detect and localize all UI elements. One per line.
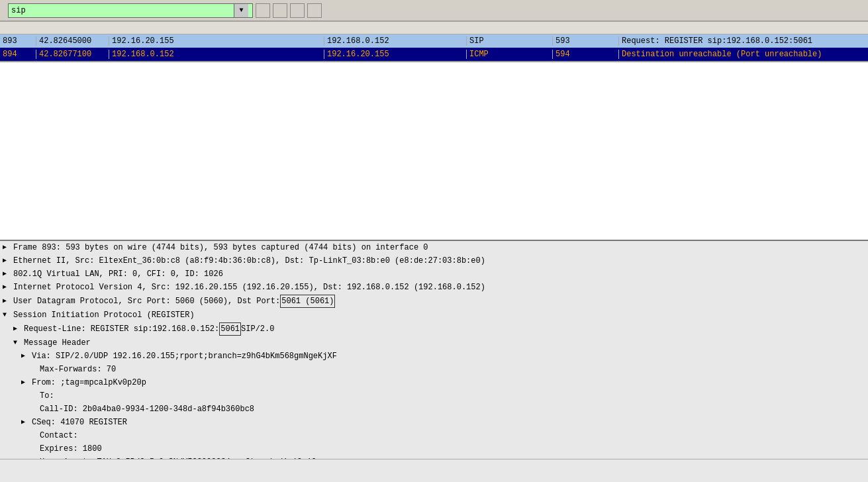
detail-text: 802.1Q Virtual LAN, PRI: 0, CFI: 0, ID: …	[13, 268, 223, 280]
detail-text: Call-ID: 2b0a4ba0-9934-1200-348d-a8f94b3…	[40, 403, 254, 415]
detail-line[interactable]: Session Initiation Protocol (REGISTER)	[0, 309, 868, 322]
detail-text: Message Header	[24, 337, 91, 349]
clear-button[interactable]	[273, 3, 287, 18]
detail-text: Contact:	[40, 430, 78, 442]
expand-triangle[interactable]	[3, 295, 11, 307]
detail-line: ▶Max-Forwards: 70	[0, 363, 868, 376]
detail-text: Ethernet II, Src: EltexEnt_36:0b:c8 (a8:…	[13, 255, 485, 267]
save-button[interactable]	[307, 3, 322, 18]
detail-text: User Datagram Protocol, Src Port: 5060 (…	[13, 295, 280, 307]
column-headers	[0, 21, 868, 34]
cell-destination: 192.168.0.152	[324, 36, 467, 46]
detail-text: Internet Protocol Version 4, Src: 192.16…	[13, 281, 485, 293]
expand-triangle[interactable]	[3, 268, 11, 280]
filter-input-wrapper: ▼	[8, 3, 253, 18]
table-row[interactable]: 893 42.82645000 192.16.20.155 192.168.0.…	[0, 34, 868, 48]
detail-line[interactable]: Internet Protocol Version 4, Src: 192.16…	[0, 281, 868, 294]
cell-no: 893	[0, 36, 36, 46]
detail-line[interactable]: Frame 893: 593 bytes on wire (4744 bits)…	[0, 241, 868, 254]
detail-line[interactable]: User Datagram Protocol, Src Port: 5060 (…	[0, 294, 868, 309]
filter-dropdown-icon[interactable]: ▼	[234, 4, 248, 17]
detail-text: User-Agent: TAU-8.IP/2.5.0 SN/VI33000034…	[40, 456, 316, 459]
cell-time: 42.82677100	[36, 50, 109, 59]
detail-text: Via: SIP/2.0/UDP 192.16.20.155;rport;bra…	[32, 350, 337, 362]
cell-no: 894	[0, 50, 36, 59]
detail-line: ▶User-Agent: TAU-8.IP/2.5.0 SN/VI3300003…	[0, 456, 868, 459]
detail-text-after: SIP/2.0	[241, 323, 274, 335]
apply-button[interactable]	[290, 3, 305, 18]
detail-line: ▶Contact:	[0, 429, 868, 442]
cell-length: 593	[553, 36, 619, 46]
detail-line[interactable]: CSeq: 41070 REGISTER	[0, 416, 868, 429]
cell-info: Destination unreachable (Port unreachabl…	[619, 50, 868, 59]
cell-protocol: SIP	[467, 36, 553, 46]
expand-triangle[interactable]	[13, 337, 21, 349]
cell-time: 42.82645000	[36, 36, 109, 46]
detail-line: ▶Expires: 1800	[0, 442, 868, 456]
detail-line[interactable]: Ethernet II, Src: EltexEnt_36:0b:c8 (a8:…	[0, 254, 868, 267]
detail-pane[interactable]: Frame 893: 593 bytes on wire (4744 bits)…	[0, 241, 868, 459]
packet-list: 893 42.82645000 192.16.20.155 192.168.0.…	[0, 21, 868, 62]
expand-triangle[interactable]	[3, 255, 11, 267]
detail-text: Frame 893: 593 bytes on wire (4744 bits)…	[13, 242, 428, 254]
expand-triangle[interactable]	[21, 377, 29, 389]
expand-triangle[interactable]	[21, 350, 29, 362]
packet-rows-container: 893 42.82645000 192.16.20.155 192.168.0.…	[0, 34, 868, 61]
detail-line[interactable]: Via: SIP/2.0/UDP 192.16.20.155;rport;bra…	[0, 350, 868, 363]
filter-input[interactable]	[9, 5, 234, 17]
detail-line[interactable]: Message Header	[0, 336, 868, 350]
cell-length: 594	[553, 50, 619, 59]
filter-bar: ▼	[0, 0, 868, 21]
cell-info: Request: REGISTER sip:192.168.0.152:5061	[619, 36, 868, 46]
detail-text: Session Initiation Protocol (REGISTER)	[13, 309, 195, 321]
detail-text: CSeq: 41070 REGISTER	[32, 416, 127, 428]
empty-packet-area	[0, 62, 868, 241]
expression-button[interactable]	[256, 3, 270, 18]
cell-source: 192.16.20.155	[109, 36, 324, 46]
detail-line: ▶Call-ID: 2b0a4ba0-9934-1200-348d-a8f94b…	[0, 403, 868, 416]
expand-triangle[interactable]	[21, 416, 29, 428]
detail-line: ▶To:	[0, 389, 868, 403]
expand-triangle[interactable]	[3, 242, 11, 254]
highlight-box: 5061 (5061)	[280, 295, 335, 308]
expand-triangle[interactable]	[3, 309, 11, 321]
cell-protocol: ICMP	[467, 50, 553, 59]
detail-line[interactable]: From: ;tag=mpcalpKv0p20p	[0, 376, 868, 389]
detail-line[interactable]: Request-Line: REGISTER sip:192.168.0.152…	[0, 322, 868, 336]
detail-text: To:	[40, 390, 54, 402]
expand-triangle[interactable]	[13, 323, 21, 335]
highlight-box: 5061	[219, 322, 241, 336]
expand-triangle[interactable]	[3, 281, 11, 293]
table-row[interactable]: 894 42.82677100 192.168.0.152 192.16.20.…	[0, 48, 868, 61]
detail-text: Max-Forwards: 70	[40, 363, 116, 375]
cell-source: 192.168.0.152	[109, 50, 324, 59]
cell-destination: 192.16.20.155	[324, 50, 467, 59]
detail-line[interactable]: 802.1Q Virtual LAN, PRI: 0, CFI: 0, ID: …	[0, 267, 868, 281]
detail-text: From: ;tag=mpcalpKv0p20p	[32, 377, 146, 389]
detail-text: Request-Line: REGISTER sip:192.168.0.152…	[24, 323, 219, 335]
detail-text: Expires: 1800	[40, 443, 102, 455]
